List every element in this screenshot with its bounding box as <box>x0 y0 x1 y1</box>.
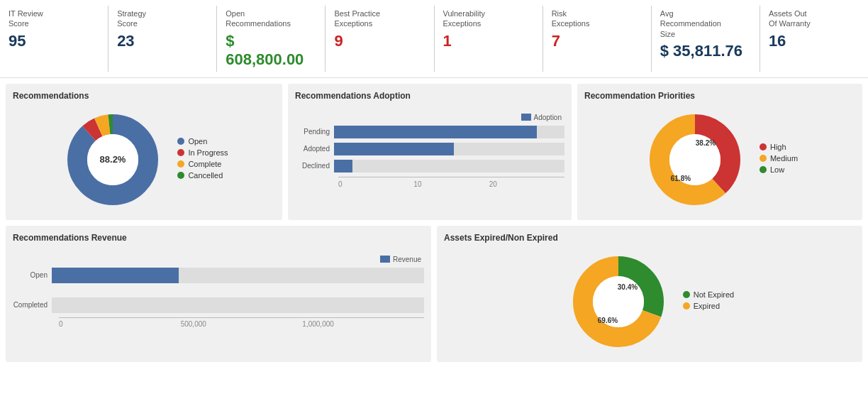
revenue-legend-label: Revenue <box>393 256 421 263</box>
priorities-panel: Recommendation Priorities 38.2% 61.8% Hi… <box>577 84 862 220</box>
kpi-assets-warranty: Assets OutOf Warranty 16 <box>760 6 868 72</box>
kpi-open-recommendations: OpenRecommendations $ 608,800.00 <box>217 6 326 72</box>
kpi-strategy-score: StrategyScore 23 <box>108 6 217 72</box>
recommendations-donut-svg: 88.2% <box>60 106 166 213</box>
legend-medium: Medium <box>770 154 798 163</box>
revenue-axis-1m: 1,000,000 <box>302 320 424 328</box>
revenue-axis-500k: 500,000 <box>181 320 303 328</box>
kpi-avg-recommendation-label: AvgRecommendationSize <box>660 9 751 39</box>
assets-panel: Assets Expired/Non Expired 30.4% 69.6% N… <box>437 226 862 362</box>
svg-text:30.4%: 30.4% <box>618 283 638 291</box>
adoption-title: Recommendations Adoption <box>295 91 564 101</box>
legend-in-progress: In Progress <box>188 148 228 157</box>
legend-expired: Expired <box>694 302 720 310</box>
priorities-title: Recommendation Priorities <box>584 91 855 101</box>
kpi-assets-warranty-label: Assets OutOf Warranty <box>769 9 859 29</box>
kpi-best-practice: Best PracticeExceptions 9 <box>326 6 434 72</box>
kpi-risk-exceptions-label: RiskExceptions <box>552 9 642 29</box>
kpi-assets-warranty-value: 16 <box>769 32 859 50</box>
kpi-avg-recommendation: AvgRecommendationSize $ 35,811.76 <box>652 6 760 72</box>
kpi-review-score-label: IT ReviewScore <box>9 9 99 29</box>
recommendations-legend: Open In Progress Complete Cancelled <box>177 137 228 182</box>
assets-title: Assets Expired/Non Expired <box>444 233 855 243</box>
revenue-bar-chart: Open Completed 0 500,000 1,000,000 <box>13 268 424 328</box>
kpi-open-recommendations-label: OpenRecommendations <box>226 9 316 29</box>
kpi-avg-recommendation-value: $ 35,811.76 <box>660 42 751 60</box>
adoption-bar-chart: Pending Adopted Declined 0 10 20 <box>295 126 564 188</box>
kpi-open-recommendations-value: $ 608,800.00 <box>226 32 316 69</box>
adoption-axis-0: 0 <box>338 180 413 188</box>
kpi-best-practice-label: Best PracticeExceptions <box>334 9 425 29</box>
svg-text:88.2%: 88.2% <box>100 154 126 165</box>
recommendations-panel: Recommendations 88.2% Open In Pr <box>6 84 282 220</box>
legend-low: Low <box>770 165 784 174</box>
kpi-review-score-value: 95 <box>9 32 99 50</box>
kpi-review-score: IT ReviewScore 95 <box>0 6 108 72</box>
revenue-axis-0: 0 <box>59 320 181 328</box>
revenue-panel: Recommendations Revenue Revenue Open Com… <box>6 226 431 362</box>
kpi-strategy-score-label: StrategyScore <box>117 9 208 29</box>
kpi-risk-exceptions-value: 7 <box>552 32 642 50</box>
bar-label-declined: Declined <box>295 162 334 170</box>
adoption-panel: Recommendations Adoption Adoption Pendin… <box>288 84 572 220</box>
priorities-legend: High Medium Low <box>760 143 798 177</box>
adoption-axis-20: 20 <box>489 180 564 188</box>
kpi-vulnerability-value: 1 <box>443 32 534 50</box>
bar-label-pending: Pending <box>295 128 334 136</box>
assets-legend: Not Expired Expired <box>683 290 734 313</box>
priorities-chart: 38.2% 61.8% High Medium Low <box>584 106 855 213</box>
legend-high: High <box>770 143 786 151</box>
revenue-title: Recommendations Revenue <box>13 233 424 243</box>
kpi-best-practice-value: 9 <box>334 32 425 50</box>
svg-text:61.8%: 61.8% <box>671 175 691 182</box>
legend-cancelled: Cancelled <box>188 171 223 180</box>
assets-chart: 30.4% 69.6% Not Expired Expired <box>444 248 855 355</box>
svg-text:69.6%: 69.6% <box>598 317 618 324</box>
kpi-strategy-score-value: 23 <box>117 32 208 50</box>
recommendations-title: Recommendations <box>13 91 275 101</box>
recommendations-chart: 88.2% Open In Progress Complete Cancelle… <box>13 106 275 213</box>
kpi-vulnerability: VulnerabilityExceptions 1 <box>435 6 543 72</box>
revenue-bar-label-completed: Completed <box>13 301 52 309</box>
kpi-risk-exceptions: RiskExceptions 7 <box>543 6 652 72</box>
kpi-bar: IT ReviewScore 95 StrategyScore 23 OpenR… <box>0 0 868 78</box>
legend-open: Open <box>188 137 207 146</box>
priorities-donut-svg: 38.2% 61.8% <box>642 106 748 213</box>
adoption-legend-label: Adoption <box>534 114 562 121</box>
bottom-charts-row: Recommendations Revenue Revenue Open Com… <box>0 226 868 368</box>
svg-text:38.2%: 38.2% <box>696 139 716 147</box>
adoption-axis-10: 10 <box>413 180 489 188</box>
assets-donut-svg: 30.4% 69.6% <box>565 248 672 355</box>
legend-not-expired: Not Expired <box>694 290 734 299</box>
legend-complete: Complete <box>188 160 221 168</box>
bar-label-adopted: Adopted <box>295 145 334 153</box>
revenue-bar-label-open: Open <box>13 271 52 279</box>
top-charts-row: Recommendations 88.2% Open In Pr <box>0 78 868 226</box>
kpi-vulnerability-label: VulnerabilityExceptions <box>443 9 534 29</box>
